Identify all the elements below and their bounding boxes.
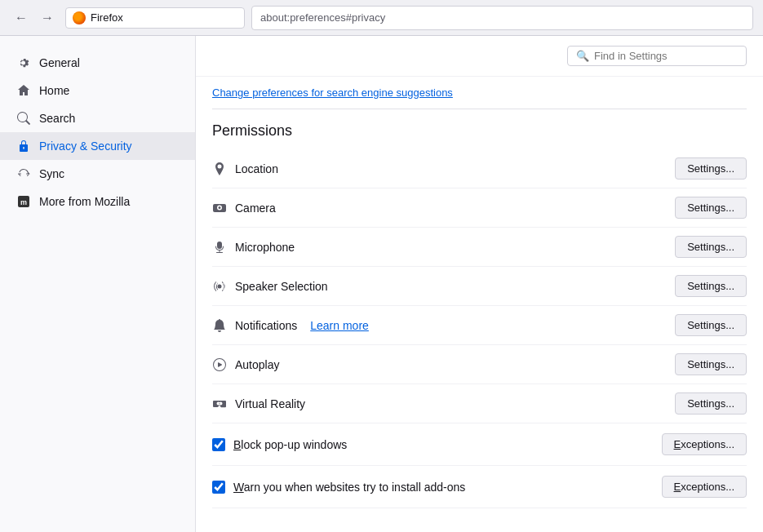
find-search-icon: 🔍 xyxy=(576,50,589,62)
microphone-settings-button[interactable]: Settings... xyxy=(675,236,747,258)
sidebar-item-home[interactable]: Home xyxy=(0,77,195,104)
permission-row-location: Location Settings... xyxy=(212,149,747,188)
sidebar-item-search[interactable]: Search xyxy=(0,104,195,132)
forward-button[interactable]: → xyxy=(36,7,59,29)
browser-tab[interactable]: Firefox xyxy=(65,7,245,29)
notifications-icon xyxy=(212,318,227,333)
back-button[interactable]: ← xyxy=(10,7,33,29)
permission-row-microphone: Microphone Settings... xyxy=(212,228,747,267)
speaker-icon xyxy=(212,279,227,294)
content-header: 🔍 xyxy=(196,36,763,77)
notifications-learn-more-link[interactable]: Learn more xyxy=(310,319,369,332)
location-label: Location xyxy=(235,162,278,175)
speaker-settings-button[interactable]: Settings... xyxy=(675,275,747,297)
sidebar-label-home: Home xyxy=(39,84,69,97)
sidebar-item-privacy[interactable]: Privacy & Security xyxy=(0,132,195,160)
mozilla-icon: m xyxy=(16,194,31,209)
warn-addons-row: Warn you when websites try to install ad… xyxy=(212,466,747,508)
find-in-settings-input[interactable] xyxy=(594,50,738,62)
sync-icon xyxy=(16,166,31,181)
microphone-icon xyxy=(212,240,227,255)
block-popups-exceptions-button[interactable]: Exceptions... xyxy=(662,433,747,455)
sidebar-item-general[interactable]: General xyxy=(0,49,195,77)
speaker-label: Speaker Selection xyxy=(235,280,328,293)
sidebar-item-mozilla[interactable]: m More from Mozilla xyxy=(0,188,195,215)
warn-addons-label[interactable]: Warn you when websites try to install ad… xyxy=(233,481,465,494)
lock-icon xyxy=(16,139,31,153)
permission-row-notifications: Notifications Learn more Settings... xyxy=(212,306,747,345)
autoplay-settings-button[interactable]: Settings... xyxy=(675,353,747,375)
warn-addons-exceptions-button[interactable]: Exceptions... xyxy=(662,476,747,498)
search-icon xyxy=(16,111,31,126)
vr-settings-button[interactable]: Settings... xyxy=(675,392,747,415)
address-bar[interactable]: about:preferences#privacy xyxy=(251,6,753,30)
gear-icon xyxy=(16,55,31,70)
address-text: about:preferences#privacy xyxy=(260,11,385,24)
microphone-label: Microphone xyxy=(235,241,295,254)
home-icon xyxy=(16,83,31,98)
notifications-label: Notifications xyxy=(235,319,297,332)
sidebar-label-search: Search xyxy=(39,112,75,125)
firefox-logo-icon xyxy=(73,11,86,24)
app-body: General Home Search Pri xyxy=(0,36,763,532)
svg-text:m: m xyxy=(20,198,27,206)
sidebar-label-privacy: Privacy & Security xyxy=(39,140,132,153)
vr-icon xyxy=(212,397,227,411)
content-body: Change preferences for search engine sug… xyxy=(196,77,763,525)
camera-settings-button[interactable]: Settings... xyxy=(675,197,747,219)
autoplay-icon xyxy=(212,357,227,372)
permissions-title: Permissions xyxy=(212,122,747,140)
notifications-settings-button[interactable]: Settings... xyxy=(675,314,747,336)
permission-row-vr: Virtual Reality Settings... xyxy=(212,384,747,423)
sidebar-label-general: General xyxy=(39,56,80,69)
block-popups-row: Block pop-up windows Exceptions... xyxy=(212,423,747,466)
permission-row-camera: Camera Settings... xyxy=(212,188,747,228)
autoplay-label: Autoplay xyxy=(235,358,279,371)
camera-icon xyxy=(212,201,227,215)
sidebar-label-mozilla: More from Mozilla xyxy=(39,195,130,208)
location-settings-button[interactable]: Settings... xyxy=(675,157,747,180)
search-engine-suggestions-link[interactable]: Change preferences for search engine sug… xyxy=(212,77,747,109)
browser-chrome: ← → Firefox about:preferences#privacy xyxy=(0,0,763,36)
nav-buttons: ← → xyxy=(10,7,59,29)
find-in-settings-container[interactable]: 🔍 xyxy=(567,46,747,66)
sidebar-label-sync: Sync xyxy=(39,167,64,180)
tab-title: Firefox xyxy=(91,11,123,24)
vr-label: Virtual Reality xyxy=(235,397,305,410)
sidebar: General Home Search Pri xyxy=(0,36,196,532)
content-area: 🔍 Change preferences for search engine s… xyxy=(196,36,763,532)
permission-row-speaker: Speaker Selection Settings... xyxy=(212,267,747,306)
sidebar-item-sync[interactable]: Sync xyxy=(0,160,195,188)
camera-label: Camera xyxy=(235,202,276,215)
location-icon xyxy=(212,162,227,176)
block-popups-checkbox[interactable] xyxy=(212,438,225,451)
block-popups-label[interactable]: Block pop-up windows xyxy=(233,438,347,451)
warn-addons-checkbox[interactable] xyxy=(212,481,225,494)
permission-row-autoplay: Autoplay Settings... xyxy=(212,345,747,384)
